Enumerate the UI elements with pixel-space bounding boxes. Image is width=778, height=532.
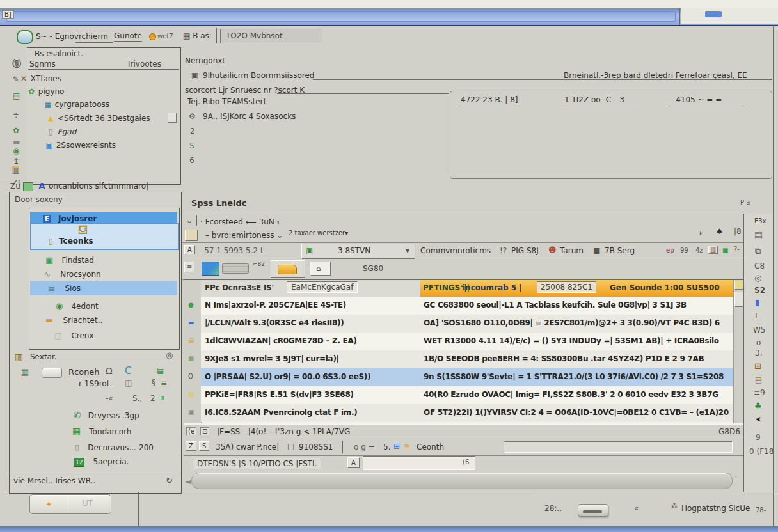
a-small-button[interactable]: A	[347, 457, 360, 468]
numeric-field-3[interactable]: - 4105 ~ = =	[671, 95, 722, 104]
refresh-icon[interactable]: ↻	[166, 476, 173, 485]
menu-q[interactable]: !?	[500, 246, 507, 255]
quick-link[interactable]: ✆ Drvyeas .3gp	[74, 409, 139, 421]
quick-link[interactable]: 12 5aeprcia.	[74, 455, 129, 467]
beans-icon[interactable]: C8	[754, 262, 765, 270]
prompt-input[interactable]	[363, 456, 475, 470]
search-label[interactable]: Sextar.	[30, 352, 57, 361]
flower-icon[interactable]: ✿	[13, 127, 19, 134]
tree-item-row[interactable]: ✕ XTfanes	[19, 72, 61, 84]
scales-icon[interactable]: ≑	[13, 111, 19, 119]
grid-small-icon[interactable]: ⊞	[393, 442, 400, 450]
tb-glyph-2[interactable]: 99	[680, 247, 688, 254]
tree-root-label[interactable]: Sgnms	[29, 59, 56, 68]
numeric-field-1[interactable]: 4722 23 B. | 8]	[461, 95, 518, 104]
tree-root-right-label[interactable]: Trivootes	[127, 59, 161, 68]
screen-icon[interactable]	[202, 262, 219, 276]
disk-icon[interactable]: ▥	[12, 166, 19, 174]
list-item[interactable]: ◫ Crenx	[30, 329, 177, 341]
numeric-field-2[interactable]: 1 TI2Z oo -C---3	[564, 95, 624, 104]
tb-help-icon[interactable]: ?-	[734, 246, 740, 253]
ut-button[interactable]: UT	[83, 499, 93, 508]
home-button[interactable]: ⌂	[310, 262, 331, 276]
tb-glyph-1[interactable]: ep	[666, 247, 674, 254]
window-control-icon[interactable]	[705, 11, 722, 17]
scrollbar-thumb[interactable]	[734, 292, 743, 307]
menu-connections[interactable]: Commvmnroticms	[420, 246, 491, 255]
delete-button[interactable]: ▦ B as:	[183, 31, 212, 40]
table-icon[interactable]: ▤	[157, 366, 164, 374]
titlebar-corner-box[interactable]	[681, 8, 778, 24]
menu-serg[interactable]: 7B Serg	[605, 246, 635, 255]
grid-header-right[interactable]: PFTINGS°|| incoumrab 5 | 25008 825C1 Gen…	[420, 280, 733, 297]
list-item[interactable]: ⛾ Tceonks ▯	[30, 223, 179, 250]
list-item[interactable]: ▣ Findstad	[30, 253, 177, 266]
footer-badge-1[interactable]: (e	[186, 427, 196, 435]
sort-icon[interactable]: ⟀	[699, 228, 704, 237]
tb-panel-icon[interactable]: ▥	[708, 246, 718, 254]
plant-icon[interactable]: ♣	[754, 402, 762, 410]
window-titlebar[interactable]	[0, 8, 778, 26]
f18-icon[interactable]: 0 (F18	[749, 448, 774, 455]
grid-header-left[interactable]: FPc Dcnra3sE IS' EaMcEnKgcaGaf	[201, 280, 420, 297]
circle-icon[interactable]: C	[125, 365, 131, 377]
list-item[interactable]: ▤ Sios	[30, 281, 177, 295]
quick-link-label[interactable]: Decnravus...-200	[88, 443, 154, 452]
grid-header-code[interactable]: 25008 825C1	[537, 281, 596, 293]
save-icon[interactable]: ▤	[13, 92, 20, 100]
dot-icon[interactable]: o	[756, 339, 761, 347]
tree-item-label[interactable]: 2Ssowexreisnts	[56, 141, 116, 150]
toolbar-glyphs[interactable]: - 57 1 5993 5.2 L	[199, 246, 265, 255]
rows-icon[interactable]: ≡	[161, 379, 167, 387]
connection-line1[interactable]: · Fcorsteed ⟵ 3uN ₁	[200, 217, 280, 226]
grid-row[interactable]: ▬ |/LCLN/VAlt 9.3(0R3SC e4 rlesII8)) OA]…	[201, 315, 733, 332]
printer-icon[interactable]: ▤	[754, 230, 763, 239]
generate-button[interactable]: Gunote	[114, 31, 142, 42]
eq9-icon[interactable]: ≡9	[754, 389, 765, 396]
paw-button[interactable]: ✦	[30, 495, 68, 512]
layers-icon[interactable]: ≋	[404, 442, 410, 450]
grid-row-selected[interactable]: O O |PRSAA| S2.U) or9| = 00.0 6S3.0 eeS)…	[201, 368, 733, 386]
menu-tarum[interactable]: Tarum	[560, 246, 584, 255]
quick-link-label[interactable]: Drvyeas .3gp	[88, 411, 139, 420]
tb-glyph-3[interactable]: 4z	[695, 247, 703, 254]
editor-hscrollbar[interactable]	[191, 473, 733, 489]
tree-item-row[interactable]: ▯ Fgad	[46, 125, 76, 137]
filter-input[interactable]: oncanbions slfctmmmaro|	[49, 182, 148, 191]
grid-row[interactable]: ▦ 9XJe8 s1 mvrel= 3 5J9T| cur=la)| 1B/O …	[201, 350, 733, 368]
conn-badge[interactable]	[185, 230, 198, 241]
checkbox-icon[interactable]: □	[287, 442, 294, 451]
copy-stack-icon[interactable]: ⧉	[755, 247, 761, 255]
tree-item-row[interactable]: ✿ pigyno	[27, 84, 64, 97]
globe-icon[interactable]: ◉	[13, 147, 19, 155]
connection-line2b[interactable]: 2 taxaer werstzer▾	[289, 230, 348, 237]
mini-button[interactable]	[42, 368, 62, 378]
tree-item-label[interactable]: XTfanes	[31, 74, 61, 83]
grid-icon[interactable]: ⊞	[754, 362, 761, 370]
list-item[interactable]: ▬ Srlachtet..	[30, 313, 177, 326]
spade-icon[interactable]: ♠	[716, 227, 723, 236]
quick-link[interactable]: ▯ Decnravus...-200	[75, 441, 154, 453]
grid-header-source[interactable]: Gen Sounde 1:00 SUS500	[610, 283, 720, 292]
grid-row[interactable]: ▥ PPKiE=|FR8|RS E.51 S(dv|F3 3SE68) 40(R…	[201, 386, 733, 404]
grid-row[interactable]: ▣ I6.IC8.S2AAM Pvenrcinolg ctat F im.) O…	[201, 404, 733, 422]
rows-tiny-icon[interactable]: ▤	[755, 376, 762, 384]
open-folder-button[interactable]	[271, 260, 305, 278]
cd-icon[interactable]: ◎	[754, 274, 761, 282]
quick-link[interactable]: ▦ Tondarcorh	[72, 425, 131, 437]
a-box-icon[interactable]: A	[184, 245, 195, 254]
dash-icon[interactable]: ▬	[13, 138, 20, 146]
footer-badge-2[interactable]: ⊡	[200, 427, 209, 435]
list-box-icon[interactable]: ≣	[184, 262, 194, 272]
schema-dropdown[interactable]: ▣ 3 8STVN ▾	[301, 244, 415, 259]
book-blue-icon[interactable]: ▮	[755, 298, 759, 306]
nine-icon[interactable]: 9	[756, 434, 761, 441]
list-item[interactable]: ∿ Nrocsyonn	[30, 267, 177, 280]
taskbar-strip[interactable]	[0, 526, 778, 532]
pin-icon[interactable]: |8	[734, 227, 742, 236]
s-button[interactable]: S	[199, 441, 209, 451]
z-button[interactable]: Z	[186, 441, 196, 451]
grid-vscrollbar[interactable]	[733, 280, 744, 423]
list-item[interactable]: E JovJosrer	[30, 212, 177, 223]
omega-icon[interactable]: Ω	[106, 366, 113, 376]
